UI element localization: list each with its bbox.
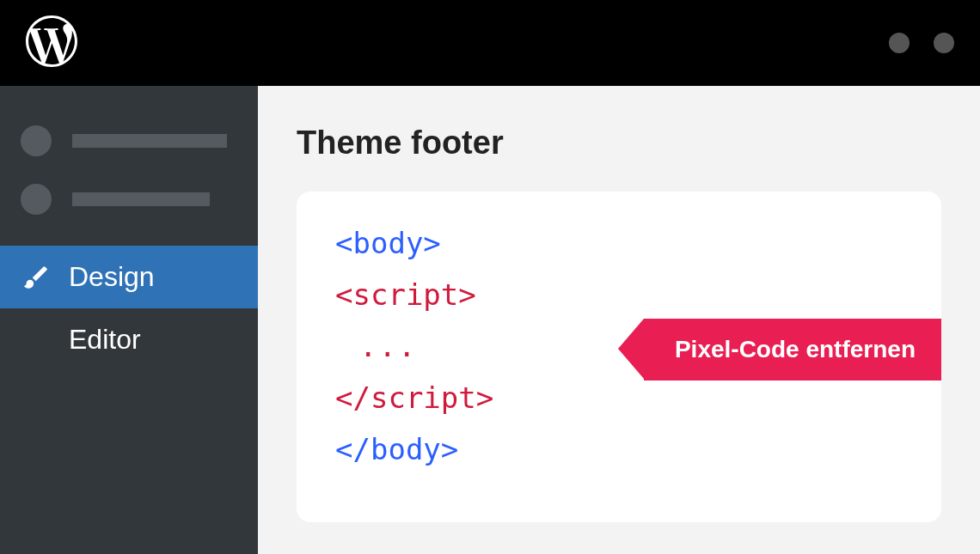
page-title: Theme footer	[297, 125, 941, 161]
remove-pixel-code-callout: Pixel-Code entfernen	[644, 319, 941, 380]
brush-icon	[21, 263, 52, 292]
menu-label-placeholder	[72, 192, 210, 206]
menu-label-placeholder	[72, 134, 227, 148]
sidebar-item-placeholder[interactable]	[0, 170, 258, 228]
code-editor-card[interactable]: <body> <script> ... </script> </body> Pi…	[297, 192, 941, 522]
code-line: <body>	[335, 226, 903, 260]
topbar-action-placeholder[interactable]	[934, 33, 954, 53]
sidebar-item-design[interactable]: Design	[0, 246, 258, 308]
menu-icon-placeholder	[21, 125, 52, 156]
main-content: Theme footer <body> <script> ... </scrip…	[258, 86, 980, 554]
sidebar-item-label: Editor	[69, 324, 141, 356]
code-line: </body>	[335, 432, 903, 466]
code-line: </script>	[335, 380, 903, 415]
sidebar-item-editor[interactable]: Editor	[0, 308, 258, 371]
topbar-actions	[889, 33, 954, 53]
callout-label: Pixel-Code entfernen	[675, 336, 916, 363]
topbar-action-placeholder[interactable]	[889, 33, 910, 53]
code-line: <script>	[335, 277, 903, 312]
menu-icon-placeholder	[21, 184, 52, 215]
admin-sidebar: Design Editor	[0, 86, 258, 554]
admin-topbar	[0, 0, 980, 86]
sidebar-item-label: Design	[69, 261, 155, 293]
wordpress-logo-icon[interactable]	[26, 15, 77, 70]
sidebar-item-placeholder[interactable]	[0, 112, 258, 170]
